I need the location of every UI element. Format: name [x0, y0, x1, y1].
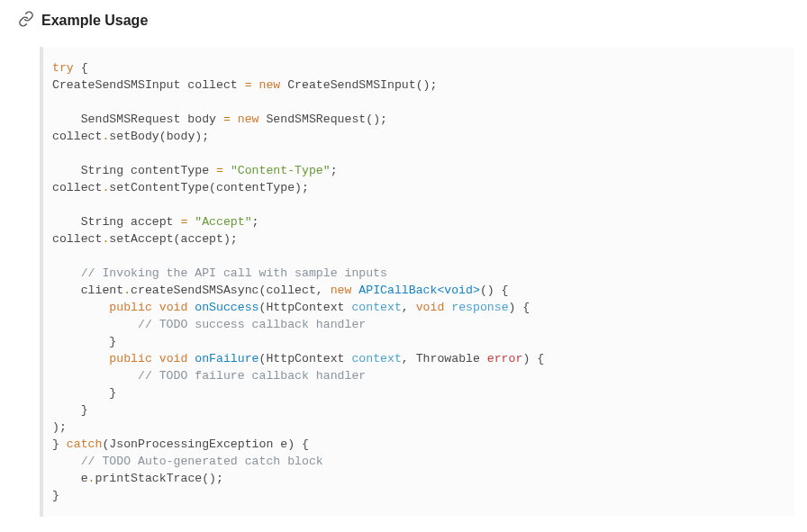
code-token-pn	[52, 352, 109, 365]
code-token-pn	[52, 318, 138, 331]
code-token-pn: () {	[480, 284, 509, 297]
code-token-pn: collect	[52, 232, 102, 246]
code-token-pn	[231, 113, 238, 126]
code-token-pn: SendSMSRequest();	[259, 113, 387, 126]
code-token-kw: catch	[67, 437, 103, 451]
code-token-kw: try	[52, 61, 74, 75]
code-token-pn	[52, 369, 138, 383]
code-token-str: "Content-Type"	[231, 164, 331, 177]
code-token-pn: SendSMSRequest body	[52, 113, 223, 126]
code-token-pn: ;	[331, 164, 338, 177]
code-token-pn: }	[52, 489, 59, 502]
code-block: try { CreateSendSMSInput collect = new C…	[40, 47, 794, 517]
code-token-pn: client	[52, 284, 123, 297]
code-token-kw: public	[109, 301, 151, 314]
code-token-pn	[52, 455, 81, 468]
code-token-pn: ) {	[522, 352, 544, 365]
code-token-op: =	[223, 113, 231, 126]
code-token-pn: setAccept(accept);	[109, 232, 237, 246]
link-icon[interactable]	[18, 11, 34, 31]
code-token-com: // TODO failure callback handler	[138, 369, 366, 383]
code-token-pn: ,	[402, 301, 416, 314]
code-token-str: "Accept"	[195, 215, 251, 229]
code-token-pn	[252, 78, 259, 92]
section-header: Example Usage	[0, 0, 807, 47]
code-token-pn: , Throwable	[402, 352, 487, 365]
code-token-type: APICallBack<void>	[358, 284, 480, 297]
code-token-pn: CreateSendSMSInput collect	[52, 78, 245, 92]
code-token-com: // TODO success callback handler	[138, 318, 366, 331]
code-token-op: .	[123, 284, 131, 297]
code-token-op: =	[245, 78, 252, 92]
code-token-pn: {	[74, 61, 88, 75]
code-token-op: .	[88, 472, 95, 485]
code-token-pn: }	[52, 335, 116, 348]
code-token-kw: new	[259, 78, 281, 92]
code-token-pn: collect	[52, 181, 102, 194]
code-token-com: // TODO Auto-generated catch block	[81, 455, 323, 468]
code-token-pn: e	[52, 472, 88, 485]
code-token-pn	[52, 266, 81, 280]
section-title: Example Usage	[41, 13, 148, 29]
code-token-var: context	[351, 352, 401, 365]
code-token-pn: }	[52, 403, 88, 417]
code-token-pn: }	[52, 437, 67, 451]
code-token-pn: collect	[52, 130, 102, 143]
code-content: try { CreateSendSMSInput collect = new C…	[52, 59, 782, 504]
code-token-pn: setContentType(contentType);	[109, 181, 309, 194]
code-token-pn: ;	[252, 215, 259, 229]
code-token-fn: onSuccess	[195, 301, 258, 314]
code-token-pn: (JsonProcessingException e) {	[102, 437, 309, 451]
code-token-pn: ) {	[509, 301, 530, 314]
code-token-pn	[223, 164, 231, 177]
code-token-kw: void	[416, 301, 445, 314]
code-token-pn: setBody(body);	[109, 130, 209, 143]
code-token-var: context	[351, 301, 401, 314]
code-token-kw: public	[109, 352, 151, 365]
code-token-err: error	[487, 352, 523, 365]
code-token-pn: String accept	[52, 215, 180, 229]
code-token-pn	[152, 352, 159, 365]
code-token-pn: String contentType	[52, 164, 216, 177]
code-token-pn	[152, 301, 159, 314]
code-token-pn: createSendSMSAsync(collect,	[131, 284, 331, 297]
code-token-fn: onFailure	[195, 352, 258, 365]
code-token-pn: (HttpContext	[259, 301, 352, 314]
code-token-kw: void	[159, 301, 188, 314]
code-token-pn: printStackTrace();	[95, 472, 223, 485]
code-token-pn: (HttpContext	[259, 352, 352, 365]
code-token-pn	[52, 301, 109, 314]
code-token-pn: );	[52, 420, 67, 434]
code-token-kw: new	[238, 113, 259, 126]
code-token-kw: new	[331, 284, 352, 297]
code-token-op: =	[216, 164, 223, 177]
code-token-com: // Invoking the API call with sample inp…	[81, 266, 387, 280]
code-token-kw: void	[159, 352, 188, 365]
code-token-pn: CreateSendSMSInput();	[280, 78, 437, 92]
code-token-pn: }	[52, 386, 116, 400]
code-token-var: response	[451, 301, 508, 314]
